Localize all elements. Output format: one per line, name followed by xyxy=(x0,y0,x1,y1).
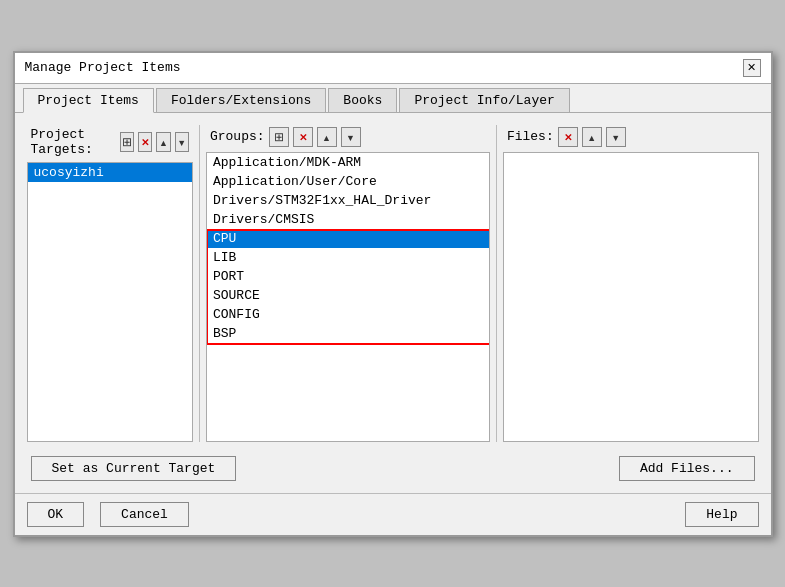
tab-books[interactable]: Books xyxy=(328,88,397,112)
tab-bar: Project Items Folders/Extensions Books P… xyxy=(15,84,771,113)
list-item[interactable]: BSP xyxy=(207,324,489,343)
delete-icon xyxy=(564,131,572,143)
up-icon xyxy=(587,131,596,143)
groups-label: Groups: xyxy=(210,129,265,144)
files-delete-button[interactable] xyxy=(558,127,578,147)
bottom-buttons: Set as Current Target Add Files... xyxy=(27,450,759,485)
targets-label: Project Targets: xyxy=(31,127,116,157)
groups-header: Groups: xyxy=(206,125,490,149)
list-item[interactable]: ucosyizhi xyxy=(28,163,192,182)
files-listbox[interactable] xyxy=(503,152,759,442)
new-icon xyxy=(122,135,132,149)
panels-container: Project Targets: ucosyizhi Groups: xyxy=(27,125,759,442)
cancel-button[interactable]: Cancel xyxy=(100,502,189,527)
targets-down-button[interactable] xyxy=(175,132,189,152)
tab-folders-extensions[interactable]: Folders/Extensions xyxy=(156,88,326,112)
groups-delete-button[interactable] xyxy=(293,127,313,147)
footer: OK Cancel Help xyxy=(15,493,771,535)
list-item[interactable]: SOURCE xyxy=(207,286,489,305)
new-icon xyxy=(274,130,284,144)
dialog-title: Manage Project Items xyxy=(25,60,181,75)
files-panel: Files: xyxy=(503,125,759,442)
divider-1 xyxy=(199,125,200,442)
groups-listbox[interactable]: Application/MDK-ARMApplication/User/Core… xyxy=(206,152,490,442)
list-item[interactable]: Drivers/CMSIS xyxy=(207,210,489,229)
help-button[interactable]: Help xyxy=(685,502,758,527)
groups-panel: Groups: Application/MDK-ARMApplication/U… xyxy=(206,125,490,442)
tab-project-info-layer[interactable]: Project Info/Layer xyxy=(399,88,569,112)
groups-up-button[interactable] xyxy=(317,127,337,147)
files-label: Files: xyxy=(507,129,554,144)
files-down-button[interactable] xyxy=(606,127,626,147)
tab-project-items[interactable]: Project Items xyxy=(23,88,154,113)
set-current-target-button[interactable]: Set as Current Target xyxy=(31,456,237,481)
groups-new-button[interactable] xyxy=(269,127,289,147)
divider-2 xyxy=(496,125,497,442)
delete-icon xyxy=(141,136,149,148)
list-item[interactable]: Application/User/Core xyxy=(207,172,489,191)
down-icon xyxy=(611,131,620,143)
list-item[interactable]: CPU xyxy=(207,229,489,248)
list-item[interactable]: LIB xyxy=(207,248,489,267)
files-header: Files: xyxy=(503,125,759,149)
ok-button[interactable]: OK xyxy=(27,502,85,527)
list-item[interactable]: CONFIG xyxy=(207,305,489,324)
files-up-button[interactable] xyxy=(582,127,602,147)
down-icon xyxy=(177,136,186,148)
down-icon xyxy=(346,131,355,143)
targets-listbox[interactable]: ucosyizhi xyxy=(27,162,193,442)
delete-icon xyxy=(299,131,307,143)
targets-delete-button[interactable] xyxy=(138,132,152,152)
manage-project-dialog: Manage Project Items ✕ Project Items Fol… xyxy=(13,51,773,537)
list-item[interactable]: PORT xyxy=(207,267,489,286)
list-item[interactable]: Application/MDK-ARM xyxy=(207,153,489,172)
targets-up-button[interactable] xyxy=(156,132,170,152)
targets-panel: Project Targets: ucosyizhi xyxy=(27,125,193,442)
title-bar: Manage Project Items ✕ xyxy=(15,53,771,84)
add-files-button[interactable]: Add Files... xyxy=(619,456,755,481)
groups-down-button[interactable] xyxy=(341,127,361,147)
up-icon xyxy=(159,136,168,148)
up-icon xyxy=(322,131,331,143)
list-item[interactable]: Drivers/STM32F1xx_HAL_Driver xyxy=(207,191,489,210)
targets-header: Project Targets: xyxy=(27,125,193,159)
targets-new-button[interactable] xyxy=(120,132,134,152)
main-content: Project Targets: ucosyizhi Groups: xyxy=(15,113,771,493)
close-button[interactable]: ✕ xyxy=(743,59,761,77)
